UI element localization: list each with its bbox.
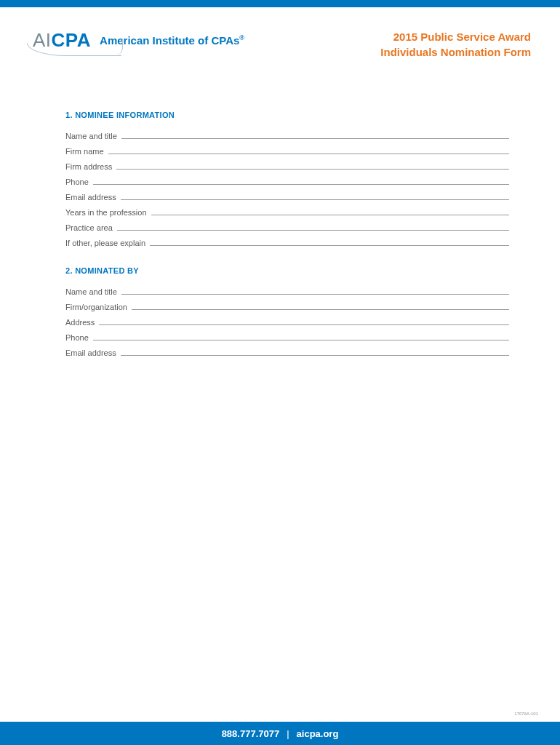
nominator-email-input[interactable] [121, 346, 509, 356]
logo-full-text: American Institute of CPAs® [100, 34, 244, 47]
field-label: If other, please explain [65, 239, 145, 247]
field-row: Email address [65, 191, 509, 202]
field-row: Firm/organization [65, 300, 509, 311]
field-row: Address [65, 316, 509, 327]
field-row: Name and title [65, 285, 509, 296]
field-row: Years in the profession [65, 206, 509, 217]
nominee-section: 1. NOMINEE INFORMATION Name and title Fi… [65, 111, 509, 247]
field-row: Name and title [65, 130, 509, 140]
header: AICPA American Institute of CPAs® 2015 P… [0, 7, 560, 60]
field-row: Firm name [65, 145, 509, 156]
top-accent-bar [0, 0, 560, 7]
field-row: Phone [65, 331, 509, 342]
logo-cpa-text: CPA [52, 29, 91, 51]
bottom-bar: 888.777.7077 | aicpa.org [0, 722, 560, 745]
practice-area-input[interactable] [117, 221, 509, 231]
nominator-phone-input[interactable] [93, 331, 509, 340]
field-label: Phone [65, 333, 89, 342]
firm-address-input[interactable] [116, 160, 509, 170]
title-line-1: 2015 Public Service Award [380, 29, 531, 44]
field-row: Practice area [65, 221, 509, 232]
field-label: Email address [65, 348, 116, 357]
logo-ai-text: AI [33, 29, 52, 51]
nominator-name-input[interactable] [121, 285, 509, 295]
field-label: Practice area [65, 223, 113, 232]
field-label: Firm address [65, 162, 112, 171]
phone-input[interactable] [93, 175, 509, 185]
footer-document-code: 17076A-101 [514, 712, 538, 716]
email-input[interactable] [121, 191, 509, 200]
field-label: Phone [65, 178, 89, 186]
other-explain-input[interactable] [150, 236, 509, 246]
footer-separator: | [287, 728, 289, 739]
logo-mark: AICPA [33, 29, 91, 52]
footer-phone: 888.777.7077 [222, 728, 280, 739]
field-label: Name and title [65, 132, 117, 140]
field-label: Name and title [65, 287, 117, 296]
field-label: Email address [65, 193, 116, 202]
years-input[interactable] [151, 206, 510, 215]
field-row: Firm address [65, 160, 509, 171]
firm-name-input[interactable] [108, 145, 509, 154]
nominee-heading: 1. NOMINEE INFORMATION [65, 111, 509, 119]
field-row: Phone [65, 175, 509, 186]
nominator-address-input[interactable] [99, 316, 509, 325]
nominator-firm-input[interactable] [132, 300, 509, 310]
title-line-2: Individuals Nomination Form [380, 44, 531, 60]
field-label: Years in the profession [65, 208, 147, 217]
name-title-input[interactable] [121, 130, 509, 139]
field-label: Firm name [65, 147, 104, 156]
footer-url: aicpa.org [297, 728, 339, 739]
field-row: Email address [65, 346, 509, 357]
nominated-by-heading: 2. NOMINATED BY [65, 266, 509, 275]
field-label: Firm/organization [65, 303, 127, 311]
nominated-by-section: 2. NOMINATED BY Name and title Firm/orga… [65, 266, 509, 357]
field-row: If other, please explain [65, 236, 509, 247]
document-title: 2015 Public Service Award Individuals No… [380, 29, 531, 60]
registered-mark: ® [239, 34, 244, 41]
form-content: 1. NOMINEE INFORMATION Name and title Fi… [0, 60, 560, 357]
logo-section: AICPA American Institute of CPAs® [33, 29, 244, 52]
field-label: Address [65, 318, 95, 327]
